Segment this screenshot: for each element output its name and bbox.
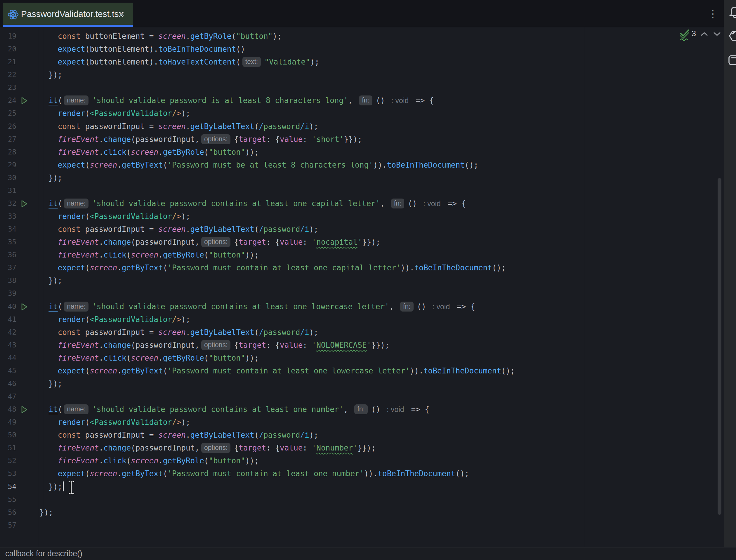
close-tab-icon[interactable]: × <box>119 3 125 25</box>
code-line: 29 expect(screen.getByText('Password mus… <box>0 159 724 172</box>
run-test-icon[interactable] <box>20 406 28 415</box>
line-number: 22 <box>0 68 16 81</box>
line-number: 54 <box>0 480 16 493</box>
code-line: 51 fireEvent.change(passwordInput,option… <box>0 441 724 455</box>
code-line: 45 expect(screen.getByText('Password mus… <box>0 364 724 378</box>
code-line: 55 <box>0 493 724 506</box>
tab-title: PasswordValidator.test.tsx <box>21 3 123 25</box>
breadcrumb[interactable]: callback for describe() <box>5 547 82 560</box>
ide-window: 18 render(<PasswordValidator/>);19 const… <box>0 0 736 560</box>
line-number: 41 <box>0 313 16 326</box>
tests-passed-icon <box>679 29 690 41</box>
line-number: 19 <box>0 30 16 43</box>
line-number: 51 <box>0 441 16 455</box>
code-line: 36 fireEvent.click(screen.getByRole("but… <box>0 248 724 262</box>
previous-problem-chevron-up-icon[interactable] <box>700 32 708 36</box>
text-caret <box>63 481 64 491</box>
line-number: 49 <box>0 416 16 429</box>
code-line: 41 render(<PasswordValidator/>); <box>0 313 724 326</box>
line-number: 34 <box>0 223 16 236</box>
line-number: 21 <box>0 55 16 69</box>
code-line: 43 fireEvent.change(passwordInput,option… <box>0 339 724 352</box>
problem-count: 3 <box>692 29 696 38</box>
line-number: 57 <box>0 519 16 532</box>
line-number: 42 <box>0 326 16 339</box>
line-number: 53 <box>0 467 16 480</box>
code-line: 57 <box>0 519 724 532</box>
code-line: 54 }); <box>0 480 724 493</box>
line-number: 31 <box>0 184 16 197</box>
code-line: 27 fireEvent.change(passwordInput,option… <box>0 133 724 146</box>
line-number: 56 <box>0 506 16 519</box>
line-number: 38 <box>0 274 16 287</box>
code-line: 37 expect(screen.getByText('Password mus… <box>0 261 724 274</box>
vertical-scrollbar-thumb[interactable] <box>718 178 721 515</box>
line-number: 33 <box>0 210 16 223</box>
code-line: 28 fireEvent.click(screen.getByRole("but… <box>0 146 724 159</box>
react-file-icon <box>7 9 19 20</box>
code-line: 19 const buttonElement = screen.getByRol… <box>0 30 724 43</box>
code-line: 49 render(<PasswordValidator/>); <box>0 416 724 429</box>
next-problem-chevron-down-icon[interactable] <box>713 32 721 36</box>
code-line: 53 expect(screen.getByText('Password mus… <box>0 467 724 480</box>
code-line: 50 const passwordInput = screen.getByLab… <box>0 429 724 442</box>
code-line: 42 const passwordInput = screen.getByLab… <box>0 326 724 339</box>
editor-options-kebab-icon[interactable]: ⋮ <box>708 7 717 20</box>
line-number: 36 <box>0 248 16 262</box>
code-line: 46 }); <box>0 377 724 390</box>
line-number: 52 <box>0 454 16 467</box>
line-number: 39 <box>0 287 16 300</box>
panel-card-icon[interactable] <box>728 55 736 65</box>
line-number: 40 <box>0 300 16 313</box>
active-tab-underline <box>3 25 133 27</box>
code-line: 40 it(name:'should validate password con… <box>0 300 724 313</box>
line-number: 37 <box>0 261 16 274</box>
code-line: 23 <box>0 81 724 94</box>
line-number: 30 <box>0 171 16 185</box>
code-line: 26 const passwordInput = screen.getByLab… <box>0 120 724 133</box>
code-line: 25 render(<PasswordValidator/>); <box>0 107 724 120</box>
run-test-icon[interactable] <box>20 200 28 209</box>
right-tool-stripe <box>724 0 736 547</box>
code-line: 22 }); <box>0 68 724 81</box>
line-number: 24 <box>0 94 16 107</box>
line-number: 46 <box>0 377 16 390</box>
ibeam-cursor <box>67 480 75 495</box>
code-line: 47 <box>0 390 724 403</box>
line-number: 23 <box>0 81 16 94</box>
code-line: 52 fireEvent.click(screen.getByRole("but… <box>0 454 724 467</box>
line-number: 50 <box>0 429 16 442</box>
line-number: 48 <box>0 403 16 416</box>
tab-passwordvalidator-test[interactable]: PasswordValidator.test.tsx × <box>3 3 133 27</box>
status-bar: callback for describe() <box>0 547 736 560</box>
line-number: 55 <box>0 493 16 506</box>
editor-tab-bar: PasswordValidator.test.tsx × ⋮ <box>0 0 724 27</box>
code-line: 20 expect(buttonElement).toBeInTheDocume… <box>0 43 724 56</box>
code-line: 39 <box>0 287 724 300</box>
code-line: 30 }); <box>0 171 724 185</box>
code-line: 21 expect(buttonElement).toHaveTextConte… <box>0 55 724 69</box>
run-test-icon[interactable] <box>20 97 28 106</box>
code-line: 34 const passwordInput = screen.getByLab… <box>0 223 724 236</box>
line-number: 45 <box>0 364 16 378</box>
line-number: 26 <box>0 120 16 133</box>
code-editor[interactable]: 18 render(<PasswordValidator/>);19 const… <box>0 0 724 547</box>
line-number: 27 <box>0 133 16 146</box>
line-number: 25 <box>0 107 16 120</box>
line-number: 44 <box>0 352 16 365</box>
code-line: 44 fireEvent.click(screen.getByRole("but… <box>0 352 724 365</box>
line-number: 20 <box>0 43 16 56</box>
code-line: 24 it(name:'should validate password is … <box>0 94 724 107</box>
run-test-icon[interactable] <box>20 303 28 312</box>
notifications-bell-icon[interactable] <box>728 6 736 19</box>
line-number: 43 <box>0 339 16 352</box>
code-line: 35 fireEvent.change(passwordInput,option… <box>0 236 724 249</box>
hexagon-plugin-icon[interactable] <box>728 29 736 43</box>
line-number: 35 <box>0 236 16 249</box>
line-number: 47 <box>0 390 16 403</box>
code-line: 32 it(name:'should validate password con… <box>0 197 724 210</box>
inspections-widget[interactable]: 3 <box>679 29 723 40</box>
code-line: 38 }); <box>0 274 724 287</box>
line-number: 29 <box>0 159 16 172</box>
code-line: 56}); <box>0 506 724 519</box>
